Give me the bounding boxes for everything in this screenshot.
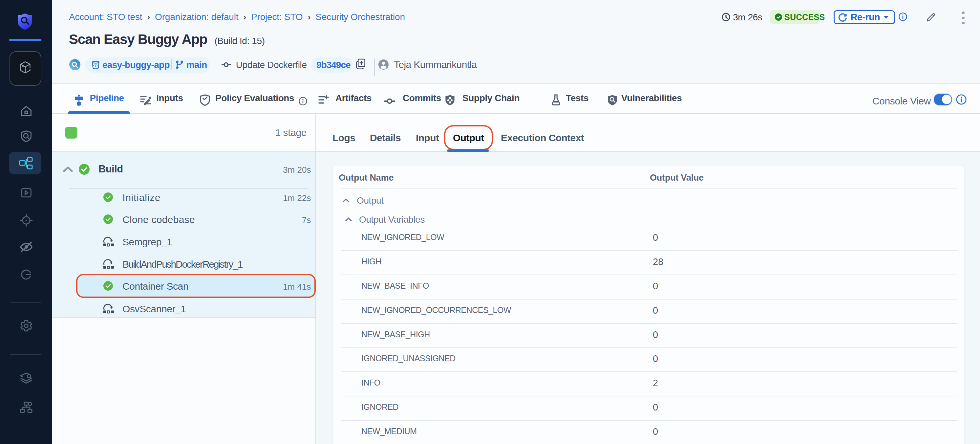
svg-text:</>: </>: [93, 63, 99, 67]
